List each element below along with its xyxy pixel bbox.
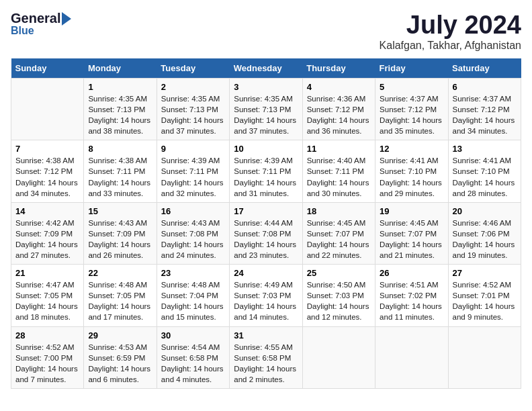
day-number: 1 [88, 82, 152, 92]
calendar-cell: 13Sunrise: 4:41 AM Sunset: 7:10 PM Dayli… [448, 140, 521, 202]
day-number: 10 [234, 144, 298, 154]
calendar-cell: 19Sunrise: 4:45 AM Sunset: 7:07 PM Dayli… [375, 202, 448, 264]
col-header-tuesday: Tuesday [157, 58, 229, 79]
header: General Blue July 2024 Kalafgan, Takhar,… [11, 11, 521, 52]
calendar-cell: 1Sunrise: 4:35 AM Sunset: 7:13 PM Daylig… [84, 79, 157, 140]
day-number: 13 [453, 144, 517, 154]
day-number: 23 [161, 268, 225, 278]
calendar-cell: 10Sunrise: 4:39 AM Sunset: 7:11 PM Dayli… [230, 140, 302, 202]
day-content: Sunrise: 4:54 AM Sunset: 6:58 PM Dayligh… [161, 342, 225, 385]
calendar-cell [448, 326, 521, 388]
calendar-cell: 8Sunrise: 4:38 AM Sunset: 7:11 PM Daylig… [84, 140, 157, 202]
day-content: Sunrise: 4:44 AM Sunset: 7:08 PM Dayligh… [234, 218, 298, 261]
col-header-friday: Friday [375, 58, 448, 79]
day-content: Sunrise: 4:39 AM Sunset: 7:11 PM Dayligh… [234, 155, 298, 198]
day-content: Sunrise: 4:38 AM Sunset: 7:12 PM Dayligh… [15, 155, 79, 198]
day-number: 9 [161, 144, 225, 154]
day-content: Sunrise: 4:35 AM Sunset: 7:13 PM Dayligh… [161, 93, 225, 136]
day-number: 31 [234, 330, 298, 340]
day-number: 2 [161, 82, 225, 92]
day-content: Sunrise: 4:41 AM Sunset: 7:10 PM Dayligh… [453, 155, 517, 198]
page-title: July 2024 [380, 11, 521, 40]
day-content: Sunrise: 4:45 AM Sunset: 7:07 PM Dayligh… [380, 218, 443, 261]
day-number: 14 [15, 206, 79, 216]
calendar-cell: 15Sunrise: 4:43 AM Sunset: 7:09 PM Dayli… [84, 202, 157, 264]
day-number: 24 [234, 268, 298, 278]
day-content: Sunrise: 4:52 AM Sunset: 7:01 PM Dayligh… [453, 279, 517, 322]
day-content: Sunrise: 4:55 AM Sunset: 6:58 PM Dayligh… [234, 342, 298, 385]
calendar-cell: 9Sunrise: 4:39 AM Sunset: 7:11 PM Daylig… [157, 140, 229, 202]
week-row-2: 7Sunrise: 4:38 AM Sunset: 7:12 PM Daylig… [11, 140, 521, 202]
calendar-cell: 30Sunrise: 4:54 AM Sunset: 6:58 PM Dayli… [157, 326, 229, 388]
calendar-cell [11, 79, 84, 140]
calendar-cell: 23Sunrise: 4:48 AM Sunset: 7:04 PM Dayli… [157, 265, 229, 326]
day-content: Sunrise: 4:41 AM Sunset: 7:10 PM Dayligh… [380, 155, 443, 198]
day-content: Sunrise: 4:52 AM Sunset: 7:00 PM Dayligh… [15, 342, 79, 385]
calendar-cell: 5Sunrise: 4:37 AM Sunset: 7:12 PM Daylig… [375, 79, 448, 140]
day-number: 15 [88, 206, 152, 216]
calendar-cell: 21Sunrise: 4:47 AM Sunset: 7:05 PM Dayli… [11, 265, 84, 326]
calendar-cell [302, 326, 375, 388]
calendar-cell: 16Sunrise: 4:43 AM Sunset: 7:08 PM Dayli… [157, 202, 229, 264]
calendar-cell: 24Sunrise: 4:49 AM Sunset: 7:03 PM Dayli… [230, 265, 302, 326]
day-content: Sunrise: 4:53 AM Sunset: 6:59 PM Dayligh… [88, 342, 152, 385]
calendar-cell: 18Sunrise: 4:45 AM Sunset: 7:07 PM Dayli… [302, 202, 375, 264]
logo-arrow-icon [62, 12, 71, 26]
col-header-wednesday: Wednesday [230, 58, 302, 79]
day-number: 6 [453, 82, 517, 92]
calendar-cell: 26Sunrise: 4:51 AM Sunset: 7:02 PM Dayli… [375, 265, 448, 326]
calendar-cell: 4Sunrise: 4:36 AM Sunset: 7:12 PM Daylig… [302, 79, 375, 140]
day-content: Sunrise: 4:39 AM Sunset: 7:11 PM Dayligh… [161, 155, 225, 198]
day-number: 20 [453, 206, 517, 216]
logo-blue: Blue [11, 25, 34, 37]
logo-general: General [11, 11, 60, 26]
day-content: Sunrise: 4:51 AM Sunset: 7:02 PM Dayligh… [380, 279, 443, 322]
week-row-3: 14Sunrise: 4:42 AM Sunset: 7:09 PM Dayli… [11, 202, 521, 264]
day-number: 30 [161, 330, 225, 340]
day-content: Sunrise: 4:46 AM Sunset: 7:06 PM Dayligh… [453, 218, 517, 261]
day-number: 16 [161, 206, 225, 216]
day-content: Sunrise: 4:37 AM Sunset: 7:12 PM Dayligh… [453, 93, 517, 136]
day-number: 25 [307, 268, 371, 278]
calendar-cell: 29Sunrise: 4:53 AM Sunset: 6:59 PM Dayli… [84, 326, 157, 388]
calendar-cell: 2Sunrise: 4:35 AM Sunset: 7:13 PM Daylig… [157, 79, 229, 140]
day-number: 17 [234, 206, 298, 216]
day-content: Sunrise: 4:48 AM Sunset: 7:04 PM Dayligh… [161, 279, 225, 322]
day-number: 29 [88, 330, 152, 340]
day-number: 12 [380, 144, 443, 154]
calendar-cell: 12Sunrise: 4:41 AM Sunset: 7:10 PM Dayli… [375, 140, 448, 202]
calendar-cell: 11Sunrise: 4:40 AM Sunset: 7:11 PM Dayli… [302, 140, 375, 202]
week-row-4: 21Sunrise: 4:47 AM Sunset: 7:05 PM Dayli… [11, 265, 521, 326]
calendar-cell: 7Sunrise: 4:38 AM Sunset: 7:12 PM Daylig… [11, 140, 84, 202]
calendar-table: SundayMondayTuesdayWednesdayThursdayFrid… [11, 58, 521, 389]
calendar-cell: 28Sunrise: 4:52 AM Sunset: 7:00 PM Dayli… [11, 326, 84, 388]
day-number: 7 [15, 144, 79, 154]
day-content: Sunrise: 4:42 AM Sunset: 7:09 PM Dayligh… [15, 218, 79, 261]
day-number: 19 [380, 206, 443, 216]
day-content: Sunrise: 4:45 AM Sunset: 7:07 PM Dayligh… [307, 218, 371, 261]
day-number: 22 [88, 268, 152, 278]
logo: General Blue [11, 11, 71, 37]
day-content: Sunrise: 4:35 AM Sunset: 7:13 PM Dayligh… [234, 93, 298, 136]
day-content: Sunrise: 4:43 AM Sunset: 7:08 PM Dayligh… [161, 218, 225, 261]
col-header-saturday: Saturday [448, 58, 521, 79]
day-number: 8 [88, 144, 152, 154]
calendar-cell [375, 326, 448, 388]
day-content: Sunrise: 4:35 AM Sunset: 7:13 PM Dayligh… [88, 93, 152, 136]
calendar-cell: 20Sunrise: 4:46 AM Sunset: 7:06 PM Dayli… [448, 202, 521, 264]
day-content: Sunrise: 4:48 AM Sunset: 7:05 PM Dayligh… [88, 279, 152, 322]
calendar-cell: 17Sunrise: 4:44 AM Sunset: 7:08 PM Dayli… [230, 202, 302, 264]
day-content: Sunrise: 4:36 AM Sunset: 7:12 PM Dayligh… [307, 93, 371, 136]
day-number: 26 [380, 268, 443, 278]
day-content: Sunrise: 4:47 AM Sunset: 7:05 PM Dayligh… [15, 279, 79, 322]
col-header-sunday: Sunday [11, 58, 84, 79]
day-content: Sunrise: 4:43 AM Sunset: 7:09 PM Dayligh… [88, 218, 152, 261]
day-number: 11 [307, 144, 371, 154]
col-header-thursday: Thursday [302, 58, 375, 79]
day-content: Sunrise: 4:49 AM Sunset: 7:03 PM Dayligh… [234, 279, 298, 322]
day-number: 3 [234, 82, 298, 92]
day-number: 4 [307, 82, 371, 92]
calendar-cell: 6Sunrise: 4:37 AM Sunset: 7:12 PM Daylig… [448, 79, 521, 140]
day-number: 21 [15, 268, 79, 278]
calendar-cell: 3Sunrise: 4:35 AM Sunset: 7:13 PM Daylig… [230, 79, 302, 140]
